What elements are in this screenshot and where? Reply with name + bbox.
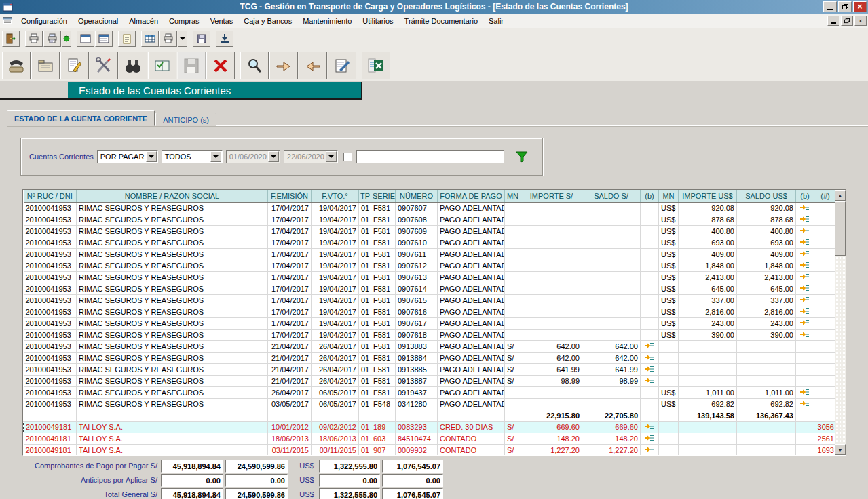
close-button[interactable]: ×	[853, 1, 867, 12]
delete-button[interactable]	[206, 52, 235, 79]
scrollbar-thumb[interactable]	[835, 201, 846, 256]
column-header-b2[interactable]: (b)	[796, 190, 814, 202]
apply-icon[interactable]	[796, 329, 814, 340]
tab-anticipo-s[interactable]: ANTICIPO (s)	[155, 113, 216, 126]
table-row[interactable]: 20100049181TAI LOY S.A.18/06/201318/06/2…	[24, 433, 835, 444]
apply-icon[interactable]	[796, 237, 814, 248]
column-header-importe_us[interactable]: IMPORTE US$	[679, 190, 737, 202]
apply-icon[interactable]	[796, 214, 814, 225]
menu-item-ventas[interactable]: Ventas	[205, 15, 239, 27]
column-header-saldo_us[interactable]: SALDO US$	[737, 190, 796, 202]
table-row[interactable]: 20100049181TAI LOY S.A.10/01/201209/02/2…	[24, 421, 835, 433]
mdi-close-button[interactable]: ×	[854, 16, 867, 26]
apply-icon[interactable]	[796, 317, 814, 329]
column-header-numero[interactable]: NÚMERO	[396, 190, 438, 202]
apply-icon[interactable]	[796, 202, 814, 214]
table-row[interactable]: 22,915.8022,705.80139,143.58136,367.43	[24, 410, 835, 421]
menu-item-compras[interactable]: Compras	[164, 15, 205, 27]
apply-icon[interactable]	[796, 294, 814, 306]
vertical-scrollbar[interactable]: ▲ ▼	[835, 190, 846, 455]
table-row[interactable]: 20100041953RIMAC SEGUROS Y REASEGUROS17/…	[24, 317, 835, 329]
chevron-down-icon[interactable]	[326, 151, 337, 162]
chevron-down-icon[interactable]	[268, 151, 279, 162]
apply-icon[interactable]	[796, 306, 814, 317]
form-button[interactable]	[77, 31, 94, 47]
scroll-down-button[interactable]: ▼	[835, 444, 846, 455]
column-header-fv[interactable]: F.VTO.°	[312, 190, 359, 202]
table-row[interactable]: 20100041953RIMAC SEGUROS Y REASEGUROS21/…	[24, 340, 835, 352]
apply-icon[interactable]	[641, 375, 659, 386]
save-button[interactable]	[177, 52, 206, 79]
apply-icon[interactable]	[796, 271, 814, 283]
filter-text-input[interactable]	[356, 150, 504, 163]
menu-item-operacional[interactable]: Operacional	[73, 15, 124, 27]
column-header-nombre[interactable]: NOMBRE / RAZON SOCIAL	[77, 190, 268, 202]
mdi-restore-button[interactable]	[841, 16, 853, 26]
column-header-fe[interactable]: F.EMISIÓN	[268, 190, 312, 202]
restore-button[interactable]	[838, 1, 852, 12]
print-preview-button[interactable]	[43, 31, 61, 47]
menu-item-caja-y-bancos[interactable]: Caja y Bancos	[238, 15, 297, 27]
table-row[interactable]: 20100041953RIMAC SEGUROS Y REASEGUROS17/…	[24, 214, 835, 225]
printer-button[interactable]	[159, 31, 177, 47]
fecha-desde-select[interactable]: 01/06/2020	[226, 150, 280, 163]
chevron-down-icon[interactable]	[146, 151, 157, 162]
table-row[interactable]: 20100049181TAI LOY S.A.03/11/201503/11/2…	[24, 444, 835, 455]
table-view-button[interactable]	[141, 31, 159, 47]
apply-icon[interactable]	[641, 363, 659, 375]
table-row[interactable]: 20100041953RIMAC SEGUROS Y REASEGUROS17/…	[24, 306, 835, 317]
apply-icon[interactable]	[796, 260, 814, 271]
apply-icon[interactable]	[796, 386, 814, 398]
contacts-button[interactable]	[31, 52, 60, 79]
exit-button[interactable]	[2, 31, 20, 47]
checklist-button[interactable]	[118, 31, 136, 47]
table-row[interactable]: 20100041953RIMAC SEGUROS Y REASEGUROS17/…	[24, 225, 835, 237]
print-button[interactable]	[25, 31, 43, 47]
apply-icon[interactable]	[796, 248, 814, 260]
apply-icon[interactable]	[641, 433, 659, 444]
column-header-importe_s[interactable]: IMPORTE S/	[521, 190, 582, 202]
column-header-num[interactable]: (#)	[814, 190, 835, 202]
column-header-mn1[interactable]: MN	[505, 190, 521, 202]
table-row[interactable]: 20100041953RIMAC SEGUROS Y REASEGUROS21/…	[24, 363, 835, 375]
apply-icon[interactable]	[641, 444, 659, 455]
table-row[interactable]: 20100041953RIMAC SEGUROS Y REASEGUROS26/…	[24, 386, 835, 398]
table-row[interactable]: 20100041953RIMAC SEGUROS Y REASEGUROS17/…	[24, 237, 835, 248]
menu-item-almac-n[interactable]: Almacén	[124, 15, 164, 27]
menu-item-salir[interactable]: Salir	[483, 15, 509, 27]
chevron-down-icon[interactable]	[210, 151, 221, 162]
menu-item-utilitarios[interactable]: Utilitarios	[357, 15, 398, 27]
column-header-ruc[interactable]: Nº RUC / DNI	[24, 190, 77, 202]
column-header-b1[interactable]: (b)	[641, 190, 659, 202]
column-header-mn2[interactable]: MN	[659, 190, 679, 202]
printer-options-dropdown[interactable]	[178, 31, 187, 47]
phone-button[interactable]	[2, 52, 31, 79]
table-row[interactable]: 20100041953RIMAC SEGUROS Y REASEGUROS21/…	[24, 352, 835, 363]
table-row[interactable]: 20100041953RIMAC SEGUROS Y REASEGUROS17/…	[24, 248, 835, 260]
verify-button[interactable]	[148, 52, 176, 79]
table-row[interactable]: 20100041953RIMAC SEGUROS Y REASEGUROS21/…	[24, 375, 835, 386]
menu-item-mantenimiento[interactable]: Mantenimiento	[297, 15, 357, 27]
cuentas-tipo-select[interactable]: POR PAGAR	[97, 150, 158, 163]
status-ok-button[interactable]	[62, 31, 71, 47]
table-row[interactable]: 20100041953RIMAC SEGUROS Y REASEGUROS17/…	[24, 283, 835, 294]
table-row[interactable]: 20100041953RIMAC SEGUROS Y REASEGUROS17/…	[24, 294, 835, 306]
binoculars-button[interactable]	[119, 52, 147, 79]
column-header-saldo_s[interactable]: SALDO S/	[582, 190, 641, 202]
apply-icon[interactable]	[641, 352, 659, 363]
table-row[interactable]: 20100041953RIMAC SEGUROS Y REASEGUROS17/…	[24, 329, 835, 340]
alcance-select[interactable]: TODOS	[162, 150, 223, 163]
fecha-hasta-select[interactable]: 22/06/2020	[284, 150, 338, 163]
apply-icon[interactable]	[796, 283, 814, 294]
point-left-button[interactable]	[299, 52, 327, 79]
apply-icon[interactable]	[796, 398, 814, 410]
edit-button[interactable]	[60, 52, 89, 79]
find-button[interactable]	[240, 52, 269, 79]
sign-button[interactable]	[328, 52, 356, 79]
column-header-forma[interactable]: FORMA DE PAGO	[438, 190, 505, 202]
scroll-up-button[interactable]: ▲	[835, 190, 846, 201]
tab-estado-de-la-cuenta-corriente[interactable]: ESTADO DE LA CUENTA CORRIENTE	[7, 110, 155, 126]
minimize-button[interactable]	[823, 1, 837, 12]
import-button[interactable]	[216, 31, 233, 47]
table-row[interactable]: 20100041953RIMAC SEGUROS Y REASEGUROS17/…	[24, 202, 835, 214]
